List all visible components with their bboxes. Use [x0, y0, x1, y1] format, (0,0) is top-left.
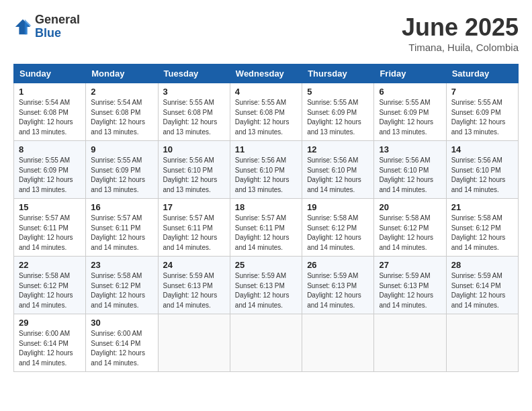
day-number: 6: [379, 87, 441, 97]
day-number: 23: [91, 260, 152, 270]
logo-icon: [13, 17, 32, 36]
day-info: Sunrise: 5:56 AM Sunset: 6:10 PM Dayligh…: [235, 156, 297, 195]
calendar-cell: 28 Sunrise: 5:59 AM Sunset: 6:14 PM Dayl…: [446, 257, 518, 314]
calendar-cell: 1 Sunrise: 5:54 AM Sunset: 6:08 PM Dayli…: [14, 83, 86, 141]
day-info: Sunrise: 5:55 AM Sunset: 6:08 PM Dayligh…: [235, 98, 297, 137]
location-text: Timana, Huila, Colombia: [402, 42, 519, 53]
day-number: 20: [379, 202, 441, 212]
day-number: 7: [451, 87, 513, 97]
day-number: 3: [163, 87, 225, 97]
day-number: 8: [19, 144, 81, 154]
day-info: Sunrise: 5:57 AM Sunset: 6:11 PM Dayligh…: [91, 214, 152, 253]
calendar-cell: [446, 314, 518, 372]
day-number: 21: [451, 202, 513, 212]
calendar-week-row: 22 Sunrise: 5:58 AM Sunset: 6:12 PM Dayl…: [14, 257, 519, 314]
calendar-cell: [374, 314, 446, 372]
calendar-cell: 16 Sunrise: 5:57 AM Sunset: 6:11 PM Dayl…: [86, 199, 158, 257]
calendar-cell: 25 Sunrise: 5:59 AM Sunset: 6:13 PM Dayl…: [230, 257, 302, 314]
day-number: 4: [235, 87, 297, 97]
calendar-cell: 21 Sunrise: 5:58 AM Sunset: 6:12 PM Dayl…: [446, 199, 518, 257]
day-info: Sunrise: 5:56 AM Sunset: 6:10 PM Dayligh…: [163, 156, 225, 195]
calendar-cell: 27 Sunrise: 5:59 AM Sunset: 6:13 PM Dayl…: [374, 257, 446, 314]
day-header-monday: Monday: [86, 64, 158, 83]
calendar-table: SundayMondayTuesdayWednesdayThursdayFrid…: [13, 64, 519, 372]
day-number: 14: [451, 144, 513, 154]
day-header-friday: Friday: [374, 64, 446, 83]
day-info: Sunrise: 5:55 AM Sunset: 6:09 PM Dayligh…: [19, 156, 81, 195]
day-info: Sunrise: 5:57 AM Sunset: 6:11 PM Dayligh…: [163, 214, 225, 253]
calendar-cell: [302, 314, 374, 372]
day-info: Sunrise: 5:57 AM Sunset: 6:11 PM Dayligh…: [19, 214, 81, 253]
day-number: 25: [235, 260, 297, 270]
calendar-cell: 30 Sunrise: 6:00 AM Sunset: 6:14 PM Dayl…: [86, 314, 158, 372]
day-info: Sunrise: 5:54 AM Sunset: 6:08 PM Dayligh…: [91, 98, 152, 137]
day-info: Sunrise: 5:54 AM Sunset: 6:08 PM Dayligh…: [19, 98, 81, 137]
day-info: Sunrise: 5:55 AM Sunset: 6:09 PM Dayligh…: [91, 156, 152, 195]
calendar-cell: 8 Sunrise: 5:55 AM Sunset: 6:09 PM Dayli…: [14, 141, 86, 199]
calendar-cell: 12 Sunrise: 5:56 AM Sunset: 6:10 PM Dayl…: [302, 141, 374, 199]
day-number: 17: [163, 202, 225, 212]
calendar-cell: 23 Sunrise: 5:58 AM Sunset: 6:12 PM Dayl…: [86, 257, 158, 314]
calendar-cell: 11 Sunrise: 5:56 AM Sunset: 6:10 PM Dayl…: [230, 141, 302, 199]
title-block: June 2025 Timana, Huila, Colombia: [402, 13, 519, 53]
logo: General Blue: [13, 13, 80, 40]
day-info: Sunrise: 5:58 AM Sunset: 6:12 PM Dayligh…: [451, 214, 513, 253]
calendar-header-row: SundayMondayTuesdayWednesdayThursdayFrid…: [14, 64, 519, 83]
day-info: Sunrise: 5:59 AM Sunset: 6:13 PM Dayligh…: [163, 271, 225, 310]
day-header-wednesday: Wednesday: [230, 64, 302, 83]
calendar-week-row: 8 Sunrise: 5:55 AM Sunset: 6:09 PM Dayli…: [14, 141, 519, 199]
day-header-thursday: Thursday: [302, 64, 374, 83]
day-info: Sunrise: 5:56 AM Sunset: 6:10 PM Dayligh…: [451, 156, 513, 195]
month-title: June 2025: [402, 13, 519, 42]
calendar-cell: 3 Sunrise: 5:55 AM Sunset: 6:08 PM Dayli…: [158, 83, 230, 141]
day-number: 10: [163, 144, 225, 154]
calendar-cell: 2 Sunrise: 5:54 AM Sunset: 6:08 PM Dayli…: [86, 83, 158, 141]
calendar-cell: 17 Sunrise: 5:57 AM Sunset: 6:11 PM Dayl…: [158, 199, 230, 257]
day-info: Sunrise: 5:59 AM Sunset: 6:13 PM Dayligh…: [307, 271, 369, 310]
calendar-cell: 22 Sunrise: 5:58 AM Sunset: 6:12 PM Dayl…: [14, 257, 86, 314]
day-info: Sunrise: 5:56 AM Sunset: 6:10 PM Dayligh…: [379, 156, 441, 195]
calendar-cell: 20 Sunrise: 5:58 AM Sunset: 6:12 PM Dayl…: [374, 199, 446, 257]
svg-marker-0: [15, 19, 30, 34]
calendar-cell: 10 Sunrise: 5:56 AM Sunset: 6:10 PM Dayl…: [158, 141, 230, 199]
day-info: Sunrise: 5:55 AM Sunset: 6:09 PM Dayligh…: [379, 98, 441, 137]
day-info: Sunrise: 5:58 AM Sunset: 6:12 PM Dayligh…: [379, 214, 441, 253]
day-info: Sunrise: 5:55 AM Sunset: 6:09 PM Dayligh…: [451, 98, 513, 137]
day-info: Sunrise: 5:58 AM Sunset: 6:12 PM Dayligh…: [307, 214, 369, 253]
calendar-cell: 7 Sunrise: 5:55 AM Sunset: 6:09 PM Dayli…: [446, 83, 518, 141]
day-info: Sunrise: 5:59 AM Sunset: 6:14 PM Dayligh…: [451, 271, 513, 310]
day-info: Sunrise: 6:00 AM Sunset: 6:14 PM Dayligh…: [91, 329, 152, 368]
day-info: Sunrise: 6:00 AM Sunset: 6:14 PM Dayligh…: [19, 329, 81, 368]
day-number: 12: [307, 144, 369, 154]
calendar-cell: 24 Sunrise: 5:59 AM Sunset: 6:13 PM Dayl…: [158, 257, 230, 314]
day-number: 1: [19, 87, 81, 97]
day-number: 19: [307, 202, 369, 212]
day-number: 13: [379, 144, 441, 154]
day-number: 28: [451, 260, 513, 270]
day-number: 18: [235, 202, 297, 212]
day-info: Sunrise: 5:57 AM Sunset: 6:11 PM Dayligh…: [235, 214, 297, 253]
calendar-week-row: 1 Sunrise: 5:54 AM Sunset: 6:08 PM Dayli…: [14, 83, 519, 141]
day-info: Sunrise: 5:59 AM Sunset: 6:13 PM Dayligh…: [379, 271, 441, 310]
day-header-saturday: Saturday: [446, 64, 518, 83]
page-header: General Blue June 2025 Timana, Huila, Co…: [13, 13, 519, 53]
day-number: 5: [307, 87, 369, 97]
day-info: Sunrise: 5:55 AM Sunset: 6:09 PM Dayligh…: [307, 98, 369, 137]
day-header-tuesday: Tuesday: [158, 64, 230, 83]
day-number: 9: [91, 144, 152, 154]
day-number: 15: [19, 202, 81, 212]
logo-general-text: General: [35, 13, 80, 27]
day-number: 16: [91, 202, 152, 212]
day-number: 22: [19, 260, 81, 270]
calendar-cell: 6 Sunrise: 5:55 AM Sunset: 6:09 PM Dayli…: [374, 83, 446, 141]
calendar-cell: 19 Sunrise: 5:58 AM Sunset: 6:12 PM Dayl…: [302, 199, 374, 257]
day-info: Sunrise: 5:58 AM Sunset: 6:12 PM Dayligh…: [19, 271, 81, 310]
calendar-cell: 15 Sunrise: 5:57 AM Sunset: 6:11 PM Dayl…: [14, 199, 86, 257]
calendar-cell: [230, 314, 302, 372]
day-number: 27: [379, 260, 441, 270]
logo-blue-text: Blue: [35, 27, 80, 40]
calendar-week-row: 15 Sunrise: 5:57 AM Sunset: 6:11 PM Dayl…: [14, 199, 519, 257]
calendar-cell: 26 Sunrise: 5:59 AM Sunset: 6:13 PM Dayl…: [302, 257, 374, 314]
day-number: 30: [91, 318, 152, 328]
day-number: 24: [163, 260, 225, 270]
